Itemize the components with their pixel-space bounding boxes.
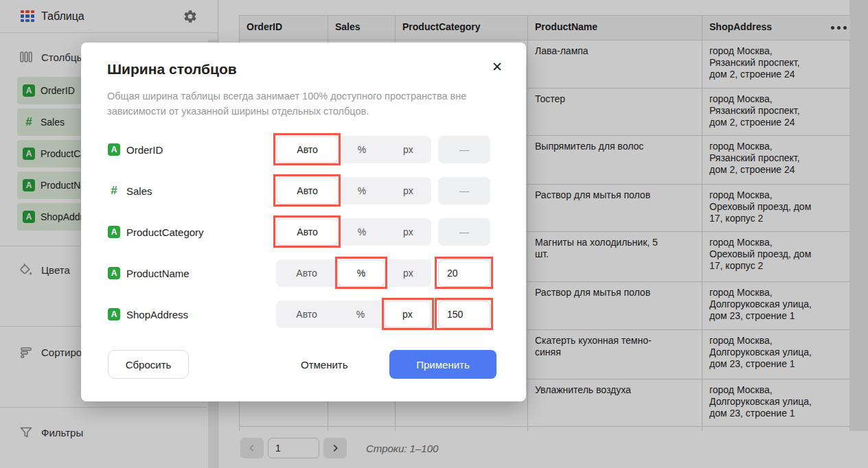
unit-option-auto[interactable]: Авто <box>276 259 337 287</box>
column-width-dialog: Ширина столбцов ✕ Общая ширина таблицы в… <box>81 43 526 401</box>
unit-option-px[interactable]: px <box>385 218 431 246</box>
width-value-disabled: — <box>438 136 490 163</box>
field-name: Sales <box>126 185 152 197</box>
width-row-sales: #Sales Авто % px — <box>107 177 500 204</box>
width-row-productcategory: AProductCategory Авто % px — <box>107 218 500 246</box>
column-width-rows: AOrderID Авто % px — #Sales Авто % px — … <box>107 136 500 342</box>
width-row-productname: AProductName Авто % px <box>107 259 500 287</box>
width-value-input[interactable] <box>438 301 490 328</box>
unit-option-auto[interactable]: Авто <box>277 219 338 245</box>
unit-segmented-control: Авто % px <box>276 177 431 204</box>
reset-button[interactable]: Сбросить <box>108 350 189 379</box>
field-name: ProductCategory <box>126 226 204 238</box>
unit-option-percent[interactable]: % <box>338 260 384 286</box>
unit-segmented-control: Авто % px <box>276 259 431 287</box>
unit-option-percent[interactable]: % <box>339 136 385 163</box>
string-field-icon: A <box>108 143 120 156</box>
unit-option-percent[interactable]: % <box>339 218 385 246</box>
unit-segmented-control: Авто % px <box>276 136 431 163</box>
width-value-disabled: — <box>438 218 490 246</box>
string-field-icon: A <box>108 226 120 238</box>
unit-option-percent[interactable]: % <box>337 301 383 328</box>
string-field-icon: A <box>108 267 120 279</box>
width-row-orderid: AOrderID Авто % px — <box>107 136 500 163</box>
unit-option-auto[interactable]: Авто <box>277 178 338 204</box>
unit-option-percent[interactable]: % <box>339 177 385 204</box>
apply-button[interactable]: Применить <box>389 350 496 379</box>
number-field-icon: # <box>108 185 120 197</box>
close-icon[interactable]: ✕ <box>492 60 503 73</box>
field-name: ProductName <box>126 268 190 279</box>
string-field-icon: A <box>108 308 120 320</box>
unit-option-px[interactable]: px <box>385 177 431 204</box>
unit-option-px[interactable]: px <box>385 259 431 287</box>
unit-option-auto[interactable]: Авто <box>277 137 338 163</box>
unit-segmented-control: Авто % px <box>276 218 431 246</box>
field-name: OrderID <box>126 144 163 156</box>
cancel-button[interactable]: Отменить <box>290 350 358 379</box>
unit-segmented-control: Авто % px <box>276 301 431 328</box>
dialog-title: Ширина столбцов <box>107 61 237 78</box>
unit-option-px[interactable]: px <box>385 301 431 327</box>
width-value-disabled: — <box>438 177 490 204</box>
field-name: ShopAddress <box>126 309 188 320</box>
width-value-input[interactable] <box>438 259 490 287</box>
unit-option-auto[interactable]: Авто <box>276 301 337 328</box>
dialog-description: Общая ширина таблицы всегда занимает 100… <box>107 89 507 119</box>
unit-option-px[interactable]: px <box>385 136 431 163</box>
width-row-shopaddress: AShopAddress Авто % px <box>107 301 500 328</box>
